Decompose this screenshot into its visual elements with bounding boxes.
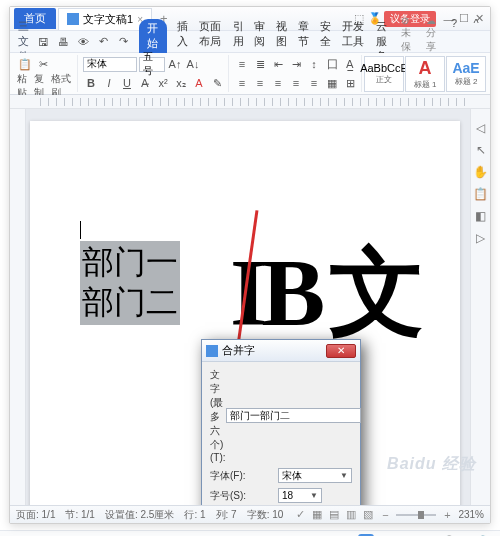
view-read-icon[interactable]: ▧ [362,509,374,521]
style-heading2[interactable]: AaE 标题 2 [446,56,486,92]
dialog-icon [206,345,218,357]
col-indicator: 列: 7 [216,508,237,522]
char-icon1[interactable]: 囗 [324,56,340,72]
super-icon[interactable]: x² [155,75,171,91]
zoom-slider[interactable] [396,514,436,516]
font-select[interactable]: 宋体▼ [278,468,352,483]
highlight-icon[interactable]: ✎ [209,75,225,91]
bold-icon[interactable]: B [83,75,99,91]
char-icon2[interactable]: A̲ [342,56,358,72]
indent-right-icon[interactable]: ⇥ [288,56,304,72]
menubar: 三 文件 🖫 🖶 👁 ↶ ↷ 开始 插入 页面布局 引用 审阅 视图 章节 安全… [10,31,490,53]
redo-icon[interactable]: ↷ [115,34,131,50]
font-name-select[interactable]: 宋体 [83,57,137,72]
spell-icon[interactable]: ✓ [294,509,306,521]
text-input[interactable] [226,408,361,423]
font-label: 字体(F): [210,469,278,483]
clipboard-icon[interactable]: 📋 [474,187,488,201]
style-gallery: AaBbCcE 正文 A 标题 1 AaE 标题 2 [364,55,486,92]
dialog-close-button[interactable]: ✕ [326,344,356,358]
font-size-select[interactable]: 五号 [139,57,165,72]
shrink-font-icon[interactable]: A↓ [185,56,201,72]
ribbon-toolbar: 📋 ✂ 粘贴 复制 格式刷 宋体 五号 A↑ A↓ B I U A̶ x² [10,53,490,95]
view-print-icon[interactable]: ▦ [311,509,323,521]
dialog-title: 合并字 [222,343,255,358]
underline-icon[interactable]: U [119,75,135,91]
numbering-icon[interactable]: ≣ [252,56,268,72]
right-sidebar: ◁ ↖ ✋ 📋 ◧ ▷ [470,109,490,505]
view-outline-icon[interactable]: ▥ [345,509,357,521]
horizontal-ruler[interactable] [10,95,490,109]
workspace: 部门一 部门二 IB文 合并字 ✕ 文字(最多六个)(T): [10,109,490,505]
triangle-left-icon[interactable]: ◁ [474,121,488,135]
grow-font-icon[interactable]: A↑ [167,56,183,72]
size-select[interactable]: 18▼ [278,488,322,503]
cut-icon[interactable]: ✂ [35,56,51,72]
text-label: 文字(最多六个)(T): [210,368,226,463]
save-icon[interactable]: 🖫 [35,34,51,50]
collapse-ribbon-icon[interactable]: ^ [468,15,484,31]
zoom-in-icon[interactable]: + [441,509,453,521]
paste-icon[interactable]: 📋 [17,56,33,72]
highlight-tool-icon[interactable]: ◧ [474,209,488,223]
justify-icon[interactable]: ≡ [288,75,304,91]
merge-chars-dialog: 合并字 ✕ 文字(最多六个)(T): 字体(F): 宋体▼ [201,339,361,505]
style-heading1[interactable]: A 标题 1 [405,56,445,92]
line-space-icon[interactable]: ↕ [306,56,322,72]
zoom-level[interactable]: 231% [458,509,484,520]
italic-icon[interactable]: I [101,75,117,91]
play-icon[interactable]: ▷ [474,231,488,245]
dropdown-icon: ▼ [310,491,318,500]
page-indicator[interactable]: 页面: 1/1 [16,508,55,522]
select-icon[interactable]: ↖ [474,143,488,157]
page-content: 部门一 部门二 [80,241,180,325]
strike-icon[interactable]: A̶ [137,75,153,91]
size-label: 字号(S): [210,489,278,503]
preview-icon[interactable]: 👁 [75,34,91,50]
dialog-titlebar[interactable]: 合并字 ✕ [202,340,360,362]
bullets-icon[interactable]: ≡ [234,56,250,72]
indent-left-icon[interactable]: ⇤ [270,56,286,72]
os-taskbar: 中 ⊙ ， ⌨ 🎤 ⚙ 🔧 [0,530,500,536]
wordcount-indicator[interactable]: 字数: 10 [247,508,284,522]
line-indicator: 行: 1 [184,508,205,522]
distribute-icon[interactable]: ≡ [306,75,322,91]
help-icon[interactable]: ? [446,15,462,31]
print-icon[interactable]: 🖶 [55,34,71,50]
selected-text-2[interactable]: 部门二 [80,281,180,325]
undo-icon[interactable]: ↶ [95,34,111,50]
sub-icon[interactable]: x₂ [173,75,189,91]
text-color-icon[interactable]: A [191,75,207,91]
view-web-icon[interactable]: ▤ [328,509,340,521]
style-normal[interactable]: AaBbCcE 正文 [364,56,404,92]
text-cursor [80,221,81,239]
section-indicator: 节: 1/1 [65,508,94,522]
hand-icon[interactable]: ✋ [474,165,488,179]
align-center-icon[interactable]: ≡ [252,75,268,91]
position-indicator: 设置值: 2.5厘米 [105,508,174,522]
shading-icon[interactable]: ▦ [324,75,340,91]
border-icon[interactable]: ⊞ [342,75,358,91]
align-right-icon[interactable]: ≡ [270,75,286,91]
statusbar: 页面: 1/1 节: 1/1 设置值: 2.5厘米 行: 1 列: 7 字数: … [10,505,490,523]
selected-text-1[interactable]: 部门一 [80,241,180,285]
align-left-icon[interactable]: ≡ [234,75,250,91]
dropdown-icon: ▼ [340,471,348,480]
vertical-ruler[interactable] [10,109,26,505]
zoom-out-icon[interactable]: − [379,509,391,521]
